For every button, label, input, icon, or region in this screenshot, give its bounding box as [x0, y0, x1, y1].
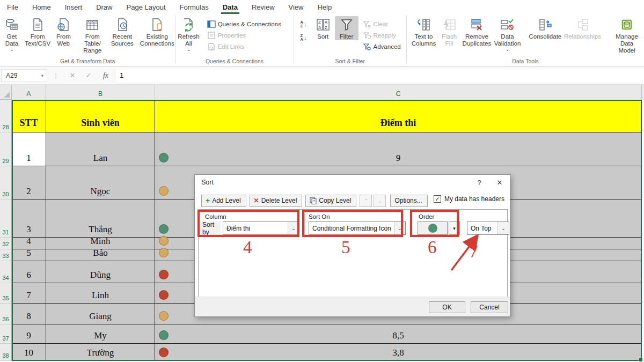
order-icon-dropdown-arrow[interactable]: ▾ — [449, 221, 460, 235]
group-label-data-tools: Data Tools — [407, 58, 644, 67]
close-icon[interactable]: ✕ — [489, 175, 510, 190]
remove-duplicates-button[interactable]: Remove Duplicates — [461, 16, 493, 47]
row-header[interactable]: 35 — [0, 283, 12, 304]
cell-b29[interactable]: Lan — [46, 132, 155, 166]
advanced-filter-button[interactable]: Advanced — [361, 41, 403, 52]
resize-grip-icon[interactable]: ⋱ — [504, 311, 509, 315]
sort-descending-button[interactable]: ZA ↓ — [297, 32, 310, 43]
copy-level-button[interactable]: Copy Level — [305, 195, 356, 207]
order-position-dropdown[interactable]: On Top ⌄ — [467, 221, 509, 235]
move-up-button[interactable]: ⌃ — [360, 195, 372, 207]
cell-c29[interactable]: 9 — [155, 132, 642, 166]
cell-b33[interactable]: Bảo — [46, 249, 155, 261]
cell-a37[interactable]: 9 — [12, 324, 46, 344]
cell-c38[interactable]: 3,8 — [155, 344, 642, 361]
tab-insert[interactable]: Insert — [58, 0, 90, 14]
tab-help[interactable]: Help — [310, 0, 339, 14]
properties-button[interactable]: Properties — [205, 29, 283, 41]
flash-fill-button[interactable]: Flash Fill — [437, 16, 461, 47]
tab-view[interactable]: View — [282, 0, 311, 14]
cell-a38[interactable]: 10 — [12, 344, 46, 361]
cell-a36[interactable]: 8 — [12, 304, 46, 324]
text-to-columns-button[interactable]: Text to Columns — [410, 16, 437, 47]
row-header[interactable]: 32 — [0, 238, 12, 249]
sort-dialog-titlebar[interactable]: Sort ? ✕ — [195, 175, 510, 190]
data-validation-button[interactable]: Data Validation ⌄ — [493, 16, 522, 51]
column-header-a[interactable]: A — [12, 85, 46, 100]
options-button[interactable]: Options... — [390, 195, 427, 207]
filter-button[interactable]: Filter — [335, 16, 358, 40]
sort-button[interactable]: ZAAZ Sort — [311, 16, 335, 40]
row-header[interactable]: 31 — [0, 200, 12, 238]
cancel-entry-icon[interactable]: ✕ — [64, 71, 80, 79]
cell-b31[interactable]: Thắng — [46, 200, 155, 238]
reapply-filter-button[interactable]: Reapply — [361, 29, 403, 41]
row-header[interactable]: 36 — [0, 304, 12, 324]
add-level-button[interactable]: + Add Level — [201, 195, 246, 207]
cell-b35[interactable]: Linh — [46, 283, 155, 304]
consolidate-button[interactable]: Consolidate — [528, 16, 563, 40]
tab-file[interactable]: File — [0, 0, 25, 14]
cell-b34[interactable]: Dũng — [46, 261, 155, 283]
cell-a31[interactable]: 3 — [12, 200, 46, 238]
insert-function-icon[interactable]: fx — [97, 71, 115, 80]
tab-data[interactable]: Data — [216, 0, 245, 14]
sort-by-dropdown[interactable]: Điểm thi ⌄ — [223, 221, 299, 235]
refresh-all-button[interactable]: Refresh All ⌄ — [175, 16, 201, 51]
tab-formulas[interactable]: Formulas — [173, 0, 216, 14]
recent-sources-button[interactable]: Recent Sources — [109, 16, 135, 47]
order-icon-dropdown[interactable] — [418, 221, 448, 235]
tab-page-layout[interactable]: Page Layout — [120, 0, 173, 14]
order-position-value: On Top — [467, 225, 497, 232]
tab-home[interactable]: Home — [25, 0, 58, 14]
move-down-button[interactable]: ⌄ — [374, 195, 386, 207]
cell-c28[interactable]: Điểm thi — [155, 100, 642, 132]
manage-data-model-button[interactable]: Manage Data Model — [610, 16, 644, 54]
column-header-b[interactable]: B — [46, 85, 155, 100]
my-data-has-headers-checkbox[interactable]: ✓ My data has headers — [434, 195, 504, 203]
ok-button[interactable]: OK — [429, 301, 465, 313]
cell-b36[interactable]: Giang — [46, 304, 155, 324]
from-web-button[interactable]: From Web — [52, 16, 75, 47]
confirm-entry-icon[interactable]: ✓ — [80, 71, 97, 79]
cell-b37[interactable]: My — [46, 324, 155, 344]
row-header[interactable]: 37 — [0, 324, 12, 344]
sort-ascending-button[interactable]: AZ ↓ — [297, 18, 310, 30]
cell-a28[interactable]: STT — [12, 100, 46, 132]
cell-a30[interactable]: 2 — [12, 166, 46, 200]
cell-a33[interactable]: 5 — [12, 249, 46, 261]
clear-filter-button[interactable]: Clear — [361, 18, 403, 29]
name-box[interactable]: A29 ▾ — [1, 69, 47, 82]
row-header[interactable]: 30 — [0, 166, 12, 200]
plus-icon: + — [206, 196, 210, 205]
from-table-range-button[interactable]: From Table/ Range — [75, 16, 109, 54]
cancel-button[interactable]: Cancel — [471, 301, 508, 313]
get-data-button[interactable]: Get Data ⌄ — [0, 16, 24, 51]
tab-review[interactable]: Review — [245, 0, 282, 14]
formula-input[interactable]: 1 — [115, 69, 644, 82]
existing-connections-button[interactable]: Existing Connections — [139, 16, 175, 47]
cell-b38[interactable]: Trường — [46, 344, 155, 361]
delete-level-button[interactable]: ✕ Delete Level — [250, 195, 303, 207]
select-all-corner[interactable] — [0, 85, 12, 100]
row-header[interactable]: 29 — [0, 132, 12, 166]
row-header[interactable]: 38 — [0, 344, 12, 361]
cell-c37[interactable]: 8,5 — [155, 324, 642, 344]
cell-a29[interactable]: 1 — [12, 132, 46, 166]
column-header-c[interactable]: C — [155, 85, 642, 100]
from-text-csv-button[interactable]: From Text/CSV — [24, 16, 52, 47]
edit-links-button[interactable]: Edit Links — [205, 41, 283, 52]
fill-handle[interactable] — [639, 358, 643, 362]
cell-a35[interactable]: 7 — [12, 283, 46, 304]
queries-connections-button[interactable]: Queries & Connections — [205, 18, 283, 29]
cell-b30[interactable]: Ngọc — [46, 166, 155, 200]
cell-a34[interactable]: 6 — [12, 261, 46, 283]
help-button[interactable]: ? — [469, 175, 489, 190]
sort-on-dropdown[interactable]: Conditional Formatting Icon ⌄ — [309, 221, 406, 235]
row-header[interactable]: 28 — [0, 100, 12, 132]
row-header[interactable]: 34 — [0, 261, 12, 283]
relationships-button[interactable]: Relationships — [563, 16, 603, 40]
row-header[interactable]: 33 — [0, 249, 12, 261]
cell-b28[interactable]: Sinh viên — [46, 100, 155, 132]
tab-draw[interactable]: Draw — [89, 0, 119, 14]
